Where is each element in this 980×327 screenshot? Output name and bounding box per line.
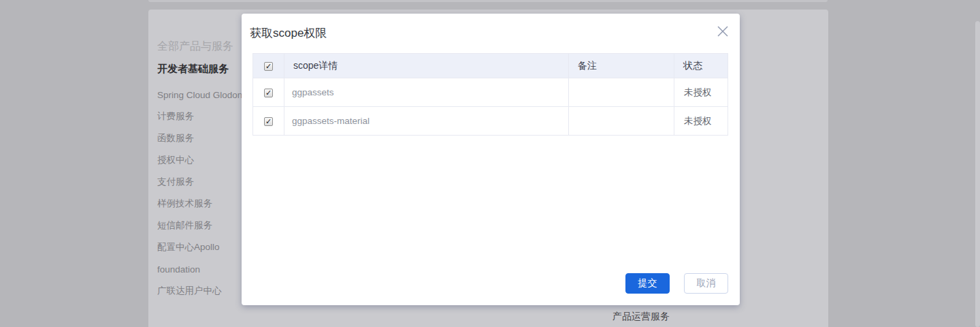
- table-row: ggpassets-material 未授权: [253, 107, 728, 136]
- scope-name: ggpassets-material: [284, 107, 569, 136]
- modal-title: 获取scope权限: [250, 27, 327, 40]
- page-header-bottom-edge: [148, 0, 828, 2]
- scope-status: 未授权: [674, 78, 728, 107]
- scope-name: ggpassets: [284, 78, 569, 107]
- table-header-row: scope详情 备注 状态: [253, 54, 728, 78]
- column-header-scope: scope详情: [284, 54, 569, 78]
- cancel-button[interactable]: 取消: [684, 273, 728, 294]
- submit-button[interactable]: 提交: [625, 273, 670, 294]
- close-icon[interactable]: [716, 25, 730, 38]
- page-scrollbar-thumb[interactable]: [975, 21, 980, 327]
- column-header-status: 状态: [674, 54, 728, 78]
- scope-status: 未授权: [674, 107, 728, 136]
- select-all-checkbox[interactable]: [264, 62, 273, 71]
- table-row: ggpassets 未授权: [253, 78, 728, 107]
- scope-remark: [569, 107, 674, 136]
- row-checkbox[interactable]: [264, 89, 273, 97]
- scope-table: scope详情 备注 状态 ggpassets 未授权 ggpassets-ma…: [252, 53, 728, 136]
- scope-permission-modal: 获取scope权限 scope详情 备注 状态: [242, 14, 740, 305]
- background-section-title: 产品运营服务: [612, 311, 670, 323]
- column-header-remark: 备注: [569, 54, 674, 78]
- row-checkbox[interactable]: [264, 117, 273, 126]
- scope-remark: [569, 78, 674, 107]
